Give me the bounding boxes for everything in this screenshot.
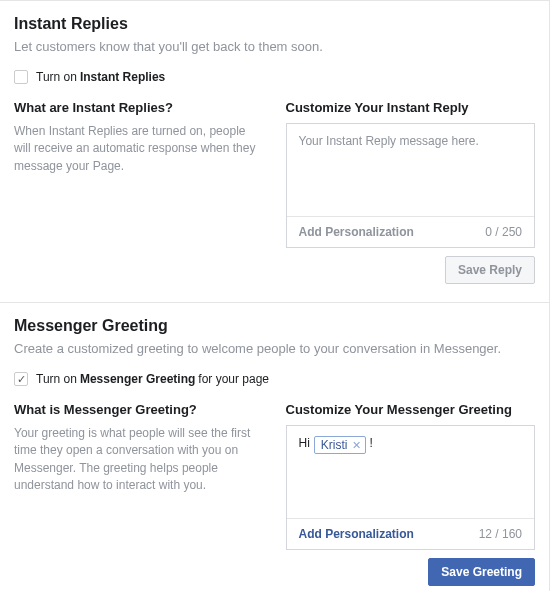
greeting-tag-remove-icon[interactable]: ✕ <box>352 439 361 452</box>
greeting-left-heading: What is Messenger Greeting? <box>14 402 264 417</box>
instant-footer-bar: Add Personalization 0 / 250 <box>287 216 535 247</box>
instant-checkbox-prefix: Turn on <box>36 70 77 84</box>
instant-left-heading: What are Instant Replies? <box>14 100 264 115</box>
greeting-footer-bar: Add Personalization 12 / 160 <box>287 518 535 549</box>
greeting-checkbox-row[interactable]: Turn on Messenger Greeting for your page <box>14 372 535 386</box>
greeting-checkbox-prefix: Turn on <box>36 372 77 386</box>
instant-right-heading: Customize Your Instant Reply <box>286 100 536 115</box>
instant-columns: What are Instant Replies? When Instant R… <box>14 100 535 284</box>
greeting-post-text: ! <box>370 436 373 450</box>
greeting-add-personalization[interactable]: Add Personalization <box>299 527 414 541</box>
greeting-right-heading: Customize Your Messenger Greeting <box>286 402 536 417</box>
greeting-input[interactable]: Hi Kristi ✕ ! <box>287 426 535 518</box>
section-messenger-greeting: Messenger Greeting Create a customized g… <box>0 302 549 591</box>
greeting-char-count: 12 / 160 <box>479 527 522 541</box>
section-instant-replies: Instant Replies Let customers know that … <box>0 0 549 302</box>
save-reply-button[interactable]: Save Reply <box>445 256 535 284</box>
save-greeting-button[interactable]: Save Greeting <box>428 558 535 586</box>
instant-left-col: What are Instant Replies? When Instant R… <box>14 100 264 284</box>
instant-checkbox-row[interactable]: Turn on Instant Replies <box>14 70 535 84</box>
greeting-personalization-tag[interactable]: Kristi ✕ <box>314 436 366 454</box>
instant-reply-input[interactable]: Your Instant Reply message here. <box>287 124 535 216</box>
greeting-left-help: Your greeting is what people will see th… <box>14 425 264 495</box>
greeting-checkbox-bold: Messenger Greeting <box>80 372 195 386</box>
greeting-pre-text: Hi <box>299 436 310 450</box>
greeting-tag-label: Kristi <box>321 438 348 452</box>
greeting-left-col: What is Messenger Greeting? Your greetin… <box>14 402 264 586</box>
greeting-checkbox[interactable] <box>14 372 28 386</box>
instant-reply-placeholder: Your Instant Reply message here. <box>299 134 479 148</box>
instant-add-personalization: Add Personalization <box>299 225 414 239</box>
instant-right-col: Customize Your Instant Reply Your Instan… <box>286 100 536 284</box>
greeting-right-col: Customize Your Messenger Greeting Hi Kri… <box>286 402 536 586</box>
instant-textarea-wrap: Your Instant Reply message here. Add Per… <box>286 123 536 248</box>
greeting-desc: Create a customized greeting to welcome … <box>14 341 535 356</box>
greeting-checkbox-suffix: for your page <box>198 372 269 386</box>
instant-left-help: When Instant Replies are turned on, peop… <box>14 123 264 175</box>
instant-save-row: Save Reply <box>286 256 536 284</box>
instant-char-count: 0 / 250 <box>485 225 522 239</box>
greeting-columns: What is Messenger Greeting? Your greetin… <box>14 402 535 586</box>
instant-checkbox[interactable] <box>14 70 28 84</box>
instant-checkbox-bold: Instant Replies <box>80 70 165 84</box>
greeting-save-row: Save Greeting <box>286 558 536 586</box>
greeting-textarea-wrap: Hi Kristi ✕ ! Add Personalization 12 / 1… <box>286 425 536 550</box>
instant-title: Instant Replies <box>14 15 535 33</box>
instant-desc: Let customers know that you'll get back … <box>14 39 535 54</box>
greeting-title: Messenger Greeting <box>14 317 535 335</box>
